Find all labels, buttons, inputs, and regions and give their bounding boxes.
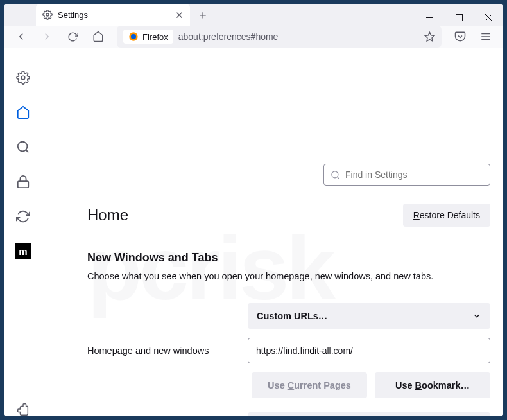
firefox-logo-icon [128,31,139,42]
use-current-pages-button: Use Current Pages [252,372,367,398]
maximize-button[interactable] [444,4,474,31]
use-bookmark-button[interactable]: Use Bookmark… [375,372,490,398]
window-controls [415,4,503,31]
svg-line-13 [26,150,28,152]
sidebar-item-search[interactable] [12,136,35,159]
restore-label-rest: estore Defaults [420,210,480,220]
svg-rect-14 [18,181,29,188]
sidebar: m [4,48,42,416]
sidebar-item-privacy[interactable] [12,170,35,193]
homepage-label: Homepage and new windows [87,346,235,356]
section-new-windows-title: New Windows and Tabs [87,251,490,265]
homepage-mode-value: Custom URLs… [257,311,327,321]
url-bar[interactable]: Firefox about:preferences#home [117,26,442,48]
page-title: Home [87,206,128,224]
browser-window: Settings ✕ ＋ Firefox about:preferences#h… [4,4,503,416]
settings-search[interactable] [323,164,490,186]
home-button[interactable] [87,26,109,48]
svg-line-18 [337,177,339,179]
homepage-url-input[interactable] [248,338,490,363]
svg-rect-2 [456,14,462,21]
m-badge-icon: m [15,243,31,259]
new-tab-button[interactable]: ＋ [194,6,212,24]
svg-marker-7 [425,32,434,40]
section-new-windows-desc: Choose what you see when you open your h… [87,271,490,281]
svg-point-17 [332,171,338,177]
newtabs-mode-dropdown[interactable]: Firefox Home (Default) [248,412,490,416]
reload-button[interactable] [62,26,83,48]
minimize-button[interactable] [415,4,444,31]
sidebar-item-sync[interactable] [12,205,35,228]
svg-point-0 [46,13,49,16]
browser-tab[interactable]: Settings ✕ [36,4,190,26]
url-text: about:preferences#home [178,31,419,42]
sidebar-item-home[interactable] [12,101,35,124]
sidebar-item-extensions[interactable] [12,398,35,416]
restore-defaults-button[interactable]: Restore Defaults [403,204,490,227]
forward-button [36,26,58,48]
sidebar-item-more[interactable]: m [12,240,35,263]
titlebar: Settings ✕ ＋ [4,4,503,26]
svg-point-6 [131,34,136,39]
back-button[interactable] [10,26,32,48]
content: m pcrisk Home Restore Defaults New Windo… [4,48,503,416]
svg-point-12 [18,142,28,152]
homepage-mode-dropdown[interactable]: Custom URLs… [248,303,490,329]
settings-search-input[interactable] [345,170,483,180]
svg-point-11 [21,76,25,80]
chevron-down-icon [472,311,481,320]
close-icon[interactable]: ✕ [175,10,184,20]
identity-box[interactable]: Firefox [123,30,173,44]
identity-label: Firefox [142,32,168,42]
close-window-button[interactable] [474,4,503,31]
sidebar-item-general[interactable] [12,66,35,89]
main-panel: pcrisk Home Restore Defaults New Windows… [42,48,503,416]
tab-title: Settings [58,10,88,20]
bookmark-star-icon[interactable] [424,31,435,42]
gear-icon [42,10,53,20]
search-icon [331,170,340,180]
